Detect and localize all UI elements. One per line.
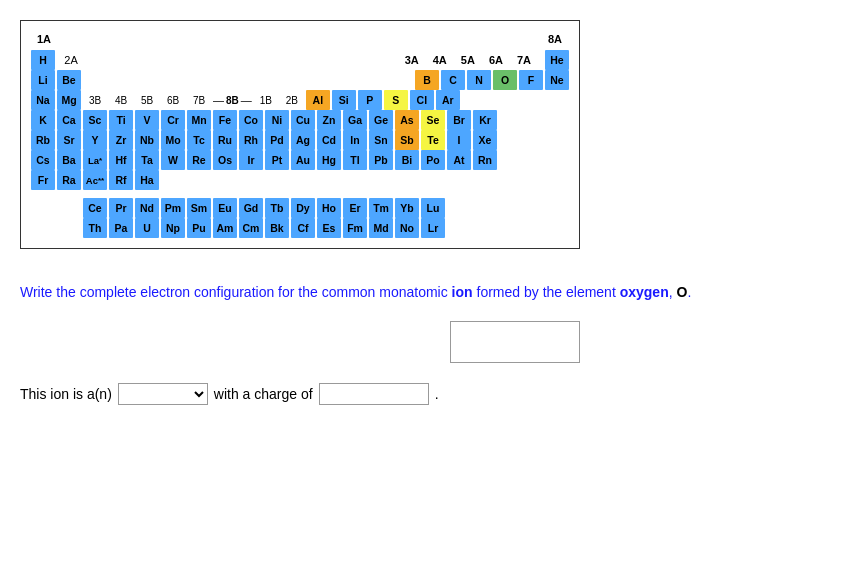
element-O: O: [493, 70, 517, 90]
element-At: At: [447, 150, 471, 170]
element-Au: Au: [291, 150, 315, 170]
element-Np: Np: [161, 218, 185, 238]
element-Rb: Rb: [31, 130, 55, 150]
element-Ti: Ti: [109, 110, 133, 130]
element-No: No: [395, 218, 419, 238]
group-1A-label: 1A: [31, 29, 57, 49]
element-As: As: [395, 110, 419, 130]
element-Pa: Pa: [109, 218, 133, 238]
element-K: K: [31, 110, 55, 130]
element-Mn: Mn: [187, 110, 211, 130]
element-Ca: Ca: [57, 110, 81, 130]
element-Mg: Mg: [57, 90, 81, 110]
element-name: oxygen: [620, 284, 669, 300]
group-1B: 1B: [254, 90, 278, 110]
element-Xe: Xe: [473, 130, 497, 150]
8B-bracket: — 8B —: [213, 94, 252, 106]
element-Tm: Tm: [369, 198, 393, 218]
element-Ho: Ho: [317, 198, 341, 218]
element-Rn: Rn: [473, 150, 497, 170]
element-He: He: [545, 50, 569, 70]
element-Ni: Ni: [265, 110, 289, 130]
element-Ag: Ag: [291, 130, 315, 150]
ion-prefix-text: This ion is a(n): [20, 386, 112, 402]
element-Ru: Ru: [213, 130, 237, 150]
element-Be: Be: [57, 70, 81, 90]
element-Tb: Tb: [265, 198, 289, 218]
period-text: .: [435, 386, 439, 402]
element-Te: Te: [421, 130, 445, 150]
element-Cl: Cl: [410, 90, 434, 110]
element-Sr: Sr: [57, 130, 81, 150]
element-Pr: Pr: [109, 198, 133, 218]
element-S: S: [384, 90, 408, 110]
element-F: F: [519, 70, 543, 90]
element-Br: Br: [447, 110, 471, 130]
element-Pm: Pm: [161, 198, 185, 218]
ion-row: This ion is a(n) anion cation neutral wi…: [20, 383, 846, 405]
charge-input[interactable]: [319, 383, 429, 405]
element-Ra: Ra: [57, 170, 81, 190]
element-Er: Er: [343, 198, 367, 218]
element-Ne: Ne: [545, 70, 569, 90]
ion-type-select[interactable]: anion cation neutral: [118, 383, 208, 405]
element-symbol: O: [676, 284, 687, 300]
element-Th: Th: [83, 218, 107, 238]
element-Li: Li: [31, 70, 55, 90]
element-Y: Y: [83, 130, 107, 150]
element-Ba: Ba: [57, 150, 81, 170]
element-Yb: Yb: [395, 198, 419, 218]
element-Fe: Fe: [213, 110, 237, 130]
element-Dy: Dy: [291, 198, 315, 218]
group-2B: 2B: [280, 90, 304, 110]
element-Rh: Rh: [239, 130, 263, 150]
element-Ce: Ce: [83, 198, 107, 218]
group-5B: 5B: [135, 90, 159, 110]
element-Pu: Pu: [187, 218, 211, 238]
periodic-table-wrapper: 1A 8A H 2A 3A 4A 5A 6A 7A He Li Be: [20, 20, 846, 271]
element-Sm: Sm: [187, 198, 211, 218]
element-Cd: Cd: [317, 130, 341, 150]
element-Pt: Pt: [265, 150, 289, 170]
group-4B: 4B: [109, 90, 133, 110]
element-W: W: [161, 150, 185, 170]
element-Na: Na: [31, 90, 55, 110]
group-2A: 2A: [57, 50, 85, 70]
ion-word: ion: [452, 284, 473, 300]
element-I: I: [447, 130, 471, 150]
element-Hf: Hf: [109, 150, 133, 170]
element-Cr: Cr: [161, 110, 185, 130]
electron-config-input[interactable]: [450, 321, 580, 363]
element-Ga: Ga: [343, 110, 367, 130]
element-Zr: Zr: [109, 130, 133, 150]
question-text: Write the complete electron configuratio…: [20, 281, 846, 303]
element-Cf: Cf: [291, 218, 315, 238]
element-Ta: Ta: [135, 150, 159, 170]
element-Bi: Bi: [395, 150, 419, 170]
element-Cm: Cm: [239, 218, 263, 238]
group-6B: 6B: [161, 90, 185, 110]
element-Lu: Lu: [421, 198, 445, 218]
element-Eu: Eu: [213, 198, 237, 218]
element-Ac: Ac**: [83, 170, 107, 190]
element-V: V: [135, 110, 159, 130]
element-B: B: [415, 70, 439, 90]
element-Tc: Tc: [187, 130, 211, 150]
element-Ha: Ha: [135, 170, 159, 190]
element-Po: Po: [421, 150, 445, 170]
charge-prefix-text: with a charge of: [214, 386, 313, 402]
element-Ir: Ir: [239, 150, 263, 170]
element-Al: Al: [306, 90, 330, 110]
element-Ge: Ge: [369, 110, 393, 130]
question-section: Write the complete electron configuratio…: [20, 281, 846, 405]
element-P: P: [358, 90, 382, 110]
element-Co: Co: [239, 110, 263, 130]
element-Sn: Sn: [369, 130, 393, 150]
group-3B: 3B: [83, 90, 107, 110]
element-Si: Si: [332, 90, 356, 110]
element-Sc: Sc: [83, 110, 107, 130]
element-Kr: Kr: [473, 110, 497, 130]
element-Ar: Ar: [436, 90, 460, 110]
element-Fm: Fm: [343, 218, 367, 238]
element-Zn: Zn: [317, 110, 341, 130]
